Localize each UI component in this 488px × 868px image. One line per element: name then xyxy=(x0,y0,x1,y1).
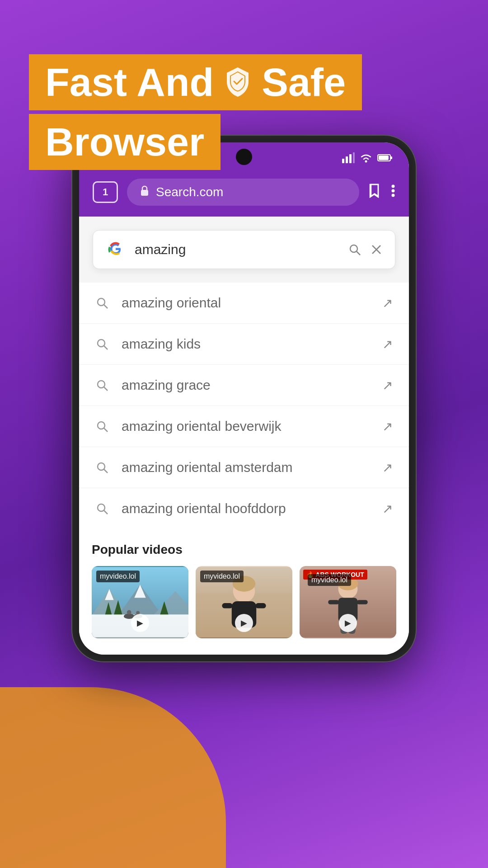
svg-point-11 xyxy=(392,193,395,197)
search-icon-small xyxy=(95,337,109,351)
svg-point-26 xyxy=(98,504,105,511)
svg-line-21 xyxy=(104,387,108,391)
suggestion-text-1: amazing kids xyxy=(122,336,370,352)
suggestion-text-3: amazing oriental beverwijk xyxy=(122,419,370,434)
arrow-icon-1: ↗ xyxy=(382,337,393,352)
search-icon-small xyxy=(95,502,109,515)
title-browser: Browser xyxy=(45,119,204,164)
search-icon[interactable] xyxy=(348,243,361,256)
svg-point-18 xyxy=(98,340,105,347)
suggestion-item-1[interactable]: amazing kids ↗ xyxy=(79,324,409,365)
title-fast-and: Fast And xyxy=(45,62,214,102)
suggestion-item-5[interactable]: amazing oriental hoofddorp ↗ xyxy=(79,488,409,529)
address-text: Search.com xyxy=(156,185,223,199)
header-area: Fast And Safe Browser xyxy=(29,54,488,170)
search-icon-small xyxy=(95,420,109,433)
tab-indicator[interactable]: 1 xyxy=(93,181,118,203)
browser-actions xyxy=(368,184,395,201)
phone-frame: 10:00 xyxy=(72,136,416,661)
suggestion-text-0: amazing oriental xyxy=(122,295,370,311)
svg-rect-47 xyxy=(222,603,232,609)
svg-point-9 xyxy=(392,184,395,188)
suggestion-item-3[interactable]: amazing oriental beverwijk ↗ xyxy=(79,406,409,447)
arrow-icon-3: ↗ xyxy=(382,419,393,434)
svg-line-23 xyxy=(104,428,108,432)
svg-point-39 xyxy=(127,610,131,615)
lock-icon xyxy=(140,185,150,199)
google-logo xyxy=(106,240,126,259)
video-grid: myvideo.lol ▶ xyxy=(92,566,396,638)
svg-rect-54 xyxy=(357,600,367,604)
address-bar[interactable]: Search.com xyxy=(127,179,359,206)
bookmark-icon[interactable] xyxy=(368,184,380,201)
suggestion-item-2[interactable]: amazing grace ↗ xyxy=(79,365,409,406)
title-safe: Safe xyxy=(262,62,346,102)
svg-point-22 xyxy=(98,422,105,429)
popular-videos-title: Popular videos xyxy=(92,542,396,557)
svg-rect-8 xyxy=(141,190,148,196)
search-icon-small xyxy=(95,296,109,310)
svg-line-27 xyxy=(104,510,108,514)
shield-icon xyxy=(222,66,253,98)
play-button-1[interactable]: ▶ xyxy=(131,614,149,632)
video-label-2: myvideo.lol xyxy=(200,571,244,582)
arrow-icon-2: ↗ xyxy=(382,378,393,393)
video-thumb-1[interactable]: myvideo.lol ▶ xyxy=(92,566,188,638)
play-button-3[interactable]: ▶ xyxy=(339,614,357,632)
browser-bar[interactable]: 1 Search.com xyxy=(79,171,409,217)
suggestion-text-4: amazing oriental amsterdam xyxy=(122,460,370,475)
svg-point-10 xyxy=(392,189,395,192)
svg-point-24 xyxy=(98,463,105,470)
suggestion-item-4[interactable]: amazing oriental amsterdam ↗ xyxy=(79,447,409,488)
svg-line-17 xyxy=(104,305,108,308)
suggestion-text-5: amazing oriental hoofddorp xyxy=(122,501,370,516)
svg-rect-53 xyxy=(328,600,339,604)
arrow-icon-5: ↗ xyxy=(382,501,393,516)
suggestion-text-2: amazing grace xyxy=(122,377,370,393)
phone-mockup: 10:00 xyxy=(72,136,416,661)
svg-point-16 xyxy=(98,298,105,306)
svg-line-13 xyxy=(357,251,360,255)
arrow-icon-0: ↗ xyxy=(382,296,393,311)
search-btn-icons xyxy=(348,243,382,256)
svg-line-25 xyxy=(104,469,108,473)
svg-rect-48 xyxy=(255,603,266,609)
search-input-text[interactable]: amazing xyxy=(135,242,339,257)
play-button-2[interactable]: ▶ xyxy=(235,614,253,632)
video-thumb-3[interactable]: myvideo.lol 🔥 ABS WORKOUT ▶ xyxy=(300,566,396,638)
suggestion-item-0[interactable]: amazing oriental ↗ xyxy=(79,283,409,324)
svg-point-20 xyxy=(98,381,105,388)
search-area: amazing xyxy=(79,217,409,283)
arrow-icon-4: ↗ xyxy=(382,460,393,475)
svg-line-19 xyxy=(104,346,108,349)
search-icon-small xyxy=(95,461,109,474)
search-box[interactable]: amazing xyxy=(93,230,395,269)
popular-videos-section: Popular videos xyxy=(79,529,409,655)
video-label-3a: myvideo.lol xyxy=(308,574,351,586)
menu-icon[interactable] xyxy=(391,184,395,200)
close-icon[interactable] xyxy=(371,244,382,255)
title-line2: Browser xyxy=(29,114,221,170)
svg-point-12 xyxy=(350,245,357,252)
video-thumb-2[interactable]: myvideo.lol ▶ xyxy=(196,566,292,638)
search-icon-small xyxy=(95,378,109,392)
phone-screen: 10:00 xyxy=(79,142,409,655)
video-label-1: myvideo.lol xyxy=(96,571,140,582)
title-line1: Fast And Safe xyxy=(29,54,362,110)
suggestions-list: amazing oriental ↗ amazing kids ↗ amazin… xyxy=(79,283,409,529)
